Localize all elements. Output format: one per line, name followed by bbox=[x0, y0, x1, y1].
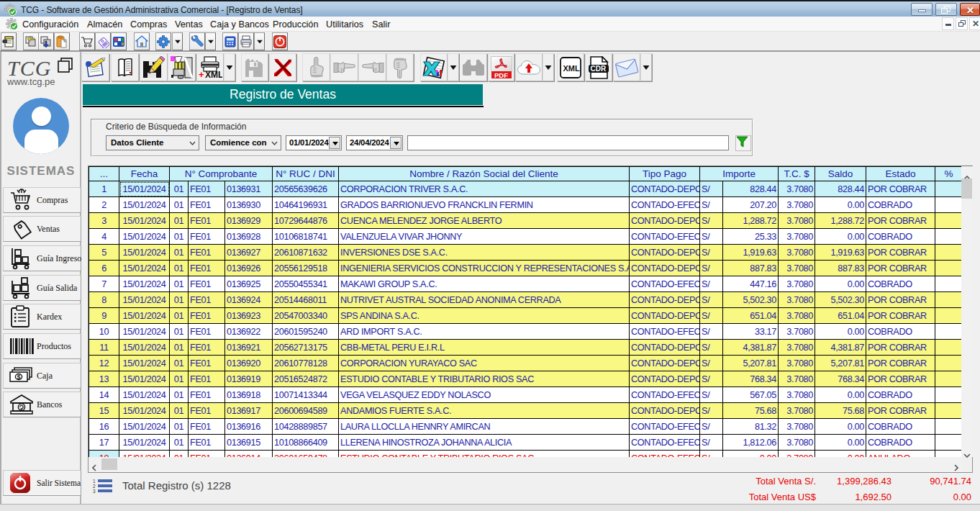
svg-text:$: $ bbox=[17, 374, 21, 381]
svg-text:1: 1 bbox=[93, 479, 96, 484]
svg-text:XML: XML bbox=[563, 63, 581, 72]
svg-text:2: 2 bbox=[93, 484, 96, 489]
svg-text:PDF: PDF bbox=[494, 71, 508, 78]
svg-text:CDR: CDR bbox=[591, 65, 607, 73]
svg-text:+: + bbox=[199, 69, 204, 79]
svg-text:3: 3 bbox=[93, 489, 96, 493]
svg-text:XML: XML bbox=[205, 70, 222, 79]
